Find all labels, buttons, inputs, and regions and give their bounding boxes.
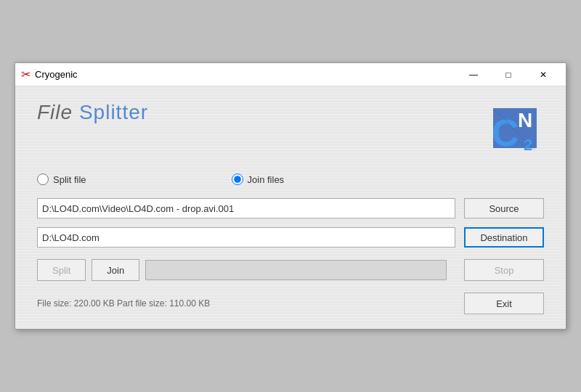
- app-icon: ✂: [21, 68, 31, 81]
- minimize-button[interactable]: —: [457, 65, 490, 85]
- content-area: File Splitter C 2 N: [15, 86, 566, 329]
- split-file-label[interactable]: Split file: [53, 174, 86, 185]
- title-bar: ✂ Cryogenic — □ ✕: [15, 63, 566, 86]
- logo: C 2 N: [486, 101, 544, 159]
- bottom-row: File size: 220.00 KB Part file size: 110…: [37, 293, 544, 314]
- file-size-value: 220.00 KB: [74, 298, 115, 309]
- title-bar-left: ✂ Cryogenic: [21, 68, 78, 81]
- svg-text:2: 2: [524, 136, 532, 154]
- source-button[interactable]: Source: [464, 198, 544, 219]
- file-info: File size: 220.00 KB Part file size: 110…: [37, 298, 210, 309]
- close-button[interactable]: ✕: [527, 65, 560, 85]
- app-title: File Splitter: [37, 101, 148, 124]
- title-bar-controls: — □ ✕: [457, 65, 560, 85]
- action-row: Split Join Stop: [37, 259, 544, 281]
- join-button[interactable]: Join: [92, 259, 139, 281]
- destination-input[interactable]: [37, 227, 455, 248]
- stop-button[interactable]: Stop: [464, 259, 544, 281]
- header-section: File Splitter C 2 N: [37, 101, 544, 159]
- source-input[interactable]: [37, 198, 455, 219]
- destination-row: Destination: [37, 227, 544, 248]
- part-size-label: Part file size:: [117, 298, 167, 309]
- split-file-radio[interactable]: [37, 173, 49, 185]
- progress-bar: [145, 260, 447, 280]
- maximize-button[interactable]: □: [492, 65, 525, 85]
- join-files-label[interactable]: Join files: [248, 174, 285, 185]
- file-size-label: File size:: [37, 298, 71, 309]
- split-file-group: Split file: [37, 173, 86, 185]
- join-files-group: Join files: [232, 173, 285, 185]
- title-splitter: Splitter: [79, 101, 148, 123]
- split-button[interactable]: Split: [37, 259, 86, 281]
- radio-row: Split file Join files: [37, 173, 544, 185]
- join-files-radio[interactable]: [232, 173, 243, 185]
- source-row: Source: [37, 198, 544, 219]
- part-size-value: 110.00 KB: [169, 298, 210, 309]
- title-file: File: [37, 101, 73, 123]
- svg-text:C: C: [492, 112, 519, 154]
- main-window: ✂ Cryogenic — □ ✕ File Splitter C: [15, 62, 566, 330]
- destination-button[interactable]: Destination: [464, 227, 544, 248]
- svg-text:N: N: [518, 109, 532, 131]
- exit-button[interactable]: Exit: [464, 293, 544, 314]
- logo-svg: C 2 N: [486, 101, 544, 159]
- window-title: Cryogenic: [35, 69, 78, 80]
